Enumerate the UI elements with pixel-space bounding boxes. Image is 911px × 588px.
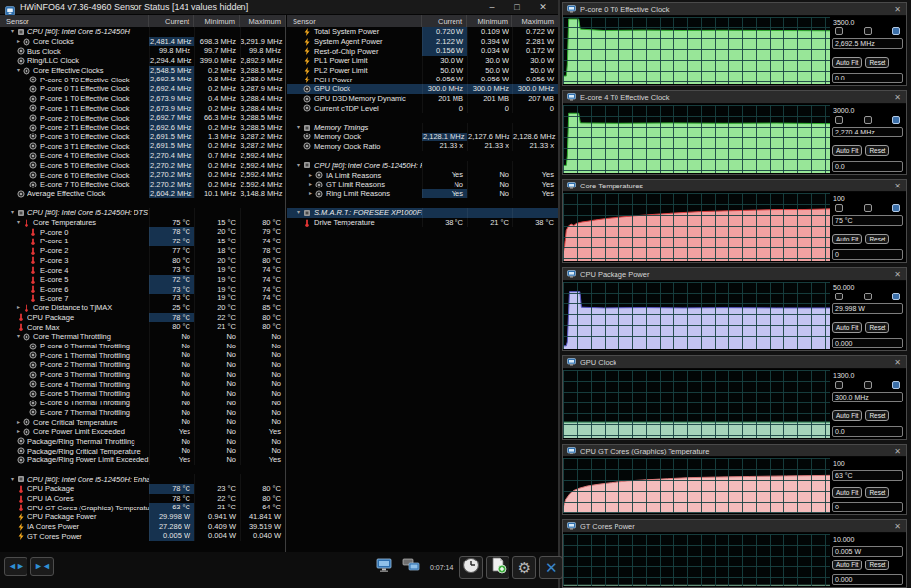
reset-button[interactable]: Reset	[865, 560, 889, 570]
reset-button[interactable]: Reset	[865, 487, 889, 498]
chevron-down-icon[interactable]: ▾	[8, 475, 17, 484]
sensor-row[interactable]: E-core 6 T0 Effective Clock2,270.2 MHz0.…	[0, 170, 285, 180]
chevron-right-icon[interactable]: ▸	[306, 189, 315, 198]
sensor-row[interactable]: E-core 4 T0 Effective Clock2,270.4 MHz0.…	[0, 151, 285, 161]
graph-checkbox[interactable]	[835, 27, 843, 35]
column-header-minimum[interactable]: Minimum	[467, 15, 512, 27]
sensor-row[interactable]: PL1 Power Limit30.0 W30.0 W30.0 W	[287, 56, 558, 66]
chevron-down-icon[interactable]: ▾	[295, 208, 303, 217]
sensor-row[interactable]: ▸Core Distance to TjMAX25 °C20 °C85 °C	[0, 303, 285, 313]
sensor-row[interactable]: CPU GT Cores (Graphics) Temperature63 °C…	[0, 503, 285, 512]
sensor-row[interactable]: Rest-of-Chip Power0.156 W0.034 W0.172 W	[287, 46, 558, 56]
section-header-row[interactable]: ▾CPU [#0]: Intel Core i5-12450H: Perform…	[287, 161, 558, 171]
sensor-row[interactable]: ▸IA Limit ReasonsYesNoYes	[287, 170, 558, 180]
sensor-row[interactable]: P-core 2 T0 Effective Clock2,692.7 MHz66…	[0, 113, 285, 123]
graph-titlebar[interactable]: CPU GT Cores (Graphics) Temperature✕	[563, 445, 906, 457]
sensor-row[interactable]: P-core 3 T0 Effective Clock2,691.5 MHz1.…	[0, 133, 285, 142]
sensor-row[interactable]: P-core 0 T0 Effective Clock2,692.5 MHz0.…	[0, 75, 285, 84]
sensor-row[interactable]: P-core 2 Thermal ThrottlingNoNoNo	[0, 360, 285, 370]
reset-button[interactable]: Reset	[865, 410, 889, 421]
chevron-down-icon[interactable]: ▾	[14, 218, 23, 227]
auto-fit-button[interactable]: Auto Fit	[832, 234, 862, 244]
sensor-row[interactable]: ▸Core Power Limit ExceededYesNoYes	[0, 427, 285, 437]
column-header-sensor[interactable]: Sensor	[0, 15, 149, 27]
graph-close-icon[interactable]: ✕	[894, 356, 901, 369]
sensor-row[interactable]: P-core 3 Thermal ThrottlingNoNoNo	[0, 370, 285, 380]
graph-titlebar[interactable]: GT Cores Power✕	[563, 520, 906, 533]
chevron-right-icon[interactable]: ▸	[14, 37, 23, 46]
sensor-monitor-button[interactable]	[373, 556, 397, 579]
reset-button[interactable]: Reset	[865, 322, 889, 333]
sensor-row[interactable]: ▾Core Temperatures75 °C15 °C80 °C	[0, 218, 285, 228]
sensor-row[interactable]: Memory Clock2,128.1 MHz2,127.6 MHz2,128.…	[287, 133, 558, 142]
chevron-right-icon[interactable]: ▸	[14, 303, 23, 312]
sensor-row[interactable]: CPU IA Cores78 °C22 °C80 °C	[0, 494, 285, 504]
graph-titlebar[interactable]: CPU Package Power✕	[563, 268, 906, 281]
chevron-down-icon[interactable]: ▾	[14, 66, 23, 75]
chevron-right-icon[interactable]: ▸	[14, 418, 23, 427]
column-header-current[interactable]: Current	[422, 15, 467, 27]
maximize-button[interactable]: □	[505, 0, 530, 14]
graph-titlebar[interactable]: P-core 0 T0 Effective Clock✕	[563, 3, 906, 16]
sensor-row[interactable]: E-core 5 Thermal ThrottlingNoNoNo	[0, 389, 285, 399]
auto-fit-button[interactable]: Auto Fit	[832, 145, 862, 156]
graph-checkbox[interactable]	[864, 116, 872, 124]
graph-checkbox[interactable]	[892, 116, 900, 124]
sensor-row[interactable]: PL2 Power Limit50.0 W50.0 W50.0 W	[287, 66, 558, 76]
logging-clock-button[interactable]	[459, 556, 483, 579]
graph-checkbox[interactable]	[835, 381, 843, 389]
sensor-row[interactable]: E-core 473 °C19 °C74 °C	[0, 265, 285, 275]
auto-fit-button[interactable]: Auto Fit	[832, 57, 862, 68]
sensor-row[interactable]: CPU Package Power29.998 W0.941 W41.841 W	[0, 512, 285, 522]
chevron-down-icon[interactable]: ▾	[8, 208, 17, 217]
section-header-row[interactable]: ▾CPU [#0]: Intel Core i5-12450H	[0, 27, 285, 37]
sensor-row[interactable]: ▸GT Limit ReasonsNoNoYes	[287, 180, 558, 189]
graph-checkbox[interactable]	[864, 293, 872, 300]
sensor-row[interactable]: P-core 1 T1 Effective Clock2,673.9 MHz0.…	[0, 104, 285, 114]
sensor-row[interactable]: Core Max80 °C21 °C80 °C	[0, 322, 285, 332]
graph-checkbox[interactable]	[892, 381, 900, 389]
graph-checkbox[interactable]	[892, 27, 900, 35]
sensor-row[interactable]: Package/Ring Thermal ThrottlingNoNoNo	[0, 437, 285, 447]
sensor-row[interactable]: Average Effective Clock2,604.2 MHz10.1 M…	[0, 189, 285, 199]
column-header-maximum[interactable]: Maximum	[512, 15, 558, 27]
sensor-row[interactable]: P-core 0 T1 Effective Clock2,692.4 MHz0.…	[0, 84, 285, 94]
sensor-row[interactable]: GT Cores Power0.005 W0.004 W0.040 W	[0, 531, 285, 541]
graph-checkbox[interactable]	[835, 204, 843, 212]
sensor-row[interactable]: P-core 1 T0 Effective Clock2,673.9 MHz0.…	[0, 94, 285, 104]
sensor-row[interactable]: IA Cores Power27.286 W0.409 W39.519 W	[0, 522, 285, 532]
auto-fit-button[interactable]: Auto Fit	[832, 322, 862, 333]
graph-titlebar[interactable]: Core Temperatures✕	[563, 180, 906, 192]
graph-titlebar[interactable]: GPU Clock✕	[563, 356, 906, 369]
sensor-row[interactable]: E-core 5 T0 Effective Clock2,270.2 MHz0.…	[0, 161, 285, 171]
sensor-row[interactable]: P-core 0 Thermal ThrottlingNoNoNo	[0, 342, 285, 351]
sensor-row[interactable]: E-core 6 Thermal ThrottlingNoNoNo	[0, 399, 285, 408]
graph-checkbox[interactable]	[864, 204, 872, 212]
chevron-right-icon[interactable]: ▸	[306, 180, 315, 188]
auto-fit-button[interactable]: Auto Fit	[832, 560, 862, 570]
sensor-row[interactable]: GPU D3D Memory Dynamic201 MB201 MB207 MB	[287, 94, 558, 104]
sensor-row[interactable]: Drive Temperature38 °C21 °C38 °C	[287, 218, 558, 228]
column-header-current[interactable]: Current	[149, 15, 194, 27]
graph-close-icon[interactable]: ✕	[894, 268, 901, 281]
chevron-down-icon[interactable]: ▾	[14, 332, 23, 341]
sensor-row[interactable]: Bus Clock99.8 MHz99.7 MHz99.8 MHz	[0, 46, 285, 56]
graph-checkbox[interactable]	[835, 116, 843, 124]
report-button[interactable]	[486, 556, 509, 579]
sensor-row[interactable]: P-core 1 Thermal ThrottlingNoNoNo	[0, 350, 285, 360]
auto-fit-button[interactable]: Auto Fit	[832, 487, 862, 498]
reset-button[interactable]: Reset	[865, 57, 889, 68]
graph-checkbox[interactable]	[892, 204, 900, 212]
sensor-row[interactable]: Package/Ring Power Limit ExceededYesNoYe…	[0, 455, 285, 465]
sensor-row[interactable]: E-core 673 °C19 °C74 °C	[0, 285, 285, 294]
column-header-minimum[interactable]: Minimum	[194, 15, 240, 27]
graph-close-icon[interactable]: ✕	[894, 180, 901, 192]
section-header-row[interactable]: ▾CPU [#0]: Intel Core i5-12450H: Enhance…	[0, 474, 285, 484]
window-titlebar[interactable]: HWiNFO64 v7.36-4960 Sensor Status [141 v…	[0, 0, 558, 14]
graph-close-icon[interactable]: ✕	[894, 445, 901, 457]
sensor-row[interactable]: E-core 773 °C19 °C74 °C	[0, 294, 285, 303]
chevron-down-icon[interactable]: ▾	[295, 161, 303, 170]
sensor-row[interactable]: Total System Power0.720 W0.109 W0.722 W	[287, 27, 558, 37]
sensor-row[interactable]: PCH Power0.056 W0.056 W0.056 W	[287, 75, 558, 84]
reset-button[interactable]: Reset	[865, 145, 889, 156]
